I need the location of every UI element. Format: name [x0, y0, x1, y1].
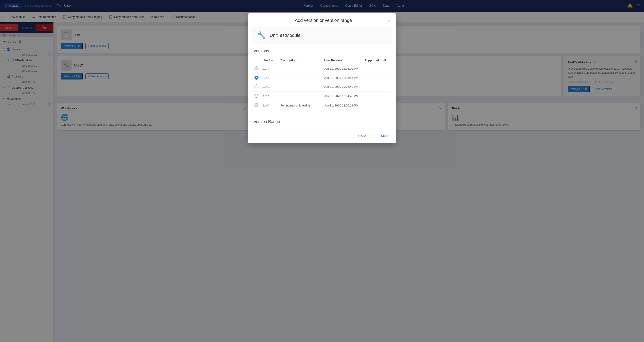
col-radio [254, 57, 262, 64]
desc-210 [280, 64, 323, 73]
version-range-title: Version Range [254, 119, 390, 124]
release-101: Jan 31, 2020 12:04:43 PM [323, 92, 364, 101]
versions-table: Version Description Last Release Support… [254, 57, 390, 110]
modal-module-header: 🔧 UnitTestModule [252, 26, 392, 44]
overlay[interactable]: Add version or version range × 🔧 UnitTes… [0, 0, 644, 342]
support-201 [364, 73, 390, 82]
desc-201 [280, 73, 323, 82]
table-row: 2.0.1 Jan 31, 2020 12:04:55 PM [254, 73, 390, 82]
modal-title: Add version or version range [259, 18, 388, 23]
support-210 [364, 64, 390, 73]
release-201: Jan 31, 2020 12:04:55 PM [323, 73, 364, 82]
radio-201[interactable] [254, 76, 258, 80]
desc-101 [280, 92, 323, 101]
version-range-section: Version Range [248, 115, 396, 129]
support-200 [364, 82, 390, 92]
version-100: 1.0.0 [262, 101, 280, 110]
modal-close-button[interactable]: × [388, 18, 390, 23]
version-200: 2.0.0 [262, 82, 280, 92]
release-100: Jan 31, 2020 12:06:11 PM [323, 101, 364, 110]
release-210: Jan 31, 2020 12:05:02 PM [323, 64, 364, 73]
modal-header: Add version or version range × [248, 13, 396, 26]
table-row: 1.0.1 Jan 31, 2020 12:04:43 PM [254, 92, 390, 101]
version-210: 2.1.0 [262, 64, 280, 73]
modal-module-name: UnitTestModule [270, 33, 300, 38]
radio-200[interactable] [254, 84, 258, 88]
col-last-release: Last Release [323, 57, 364, 64]
modal-footer: CANCEL ADD [248, 129, 396, 143]
radio-210[interactable] [254, 66, 258, 70]
support-100 [364, 101, 390, 110]
release-200: Jan 31, 2020 12:04:49 PM [323, 82, 364, 92]
table-row: 2.0.0 Jan 31, 2020 12:04:49 PM [254, 82, 390, 92]
table-row: 1.0.0 For internal unit testing Jan 31, … [254, 101, 390, 110]
col-supported-until: Supported until [364, 57, 390, 64]
modal: Add version or version range × 🔧 UnitTes… [248, 13, 396, 143]
support-101 [364, 92, 390, 101]
desc-100: For internal unit testing [280, 101, 323, 110]
version-201: 2.0.1 [262, 73, 280, 82]
col-description: Description [280, 57, 323, 64]
desc-200 [280, 82, 323, 92]
radio-100[interactable] [254, 103, 258, 107]
table-row: 2.1.0 Jan 31, 2020 12:05:02 PM [254, 64, 390, 73]
versions-section: Versions Version Description Last Releas… [248, 44, 396, 115]
version-101: 1.0.1 [262, 92, 280, 101]
radio-101[interactable] [254, 94, 258, 98]
col-version: Version [262, 57, 280, 64]
add-button[interactable]: ADD [378, 132, 390, 140]
modal-module-icon: 🔧 [257, 31, 266, 39]
versions-section-title: Versions [254, 49, 390, 53]
cancel-button[interactable]: CANCEL [356, 132, 374, 140]
